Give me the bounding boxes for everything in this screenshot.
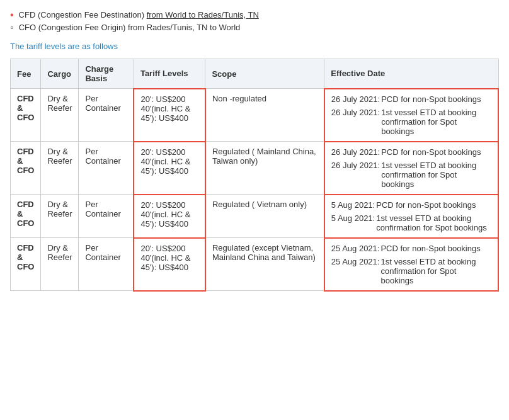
intro-item-cfd: • CFD (Congestion Fee Destination) from …	[10, 10, 499, 20]
col-scope: Scope	[205, 59, 324, 89]
intro-item-cfo: ◦ CFO (Congestion Fee Origin) from Rades…	[10, 23, 499, 33]
cell-effective-date: 26 July 2021: PCD for non-Spot bookings2…	[324, 89, 498, 142]
table-header-row: Fee Cargo ChargeBasis Tariff Levels Scop…	[11, 59, 499, 89]
cell-tariff-levels: 20': US$20040'(incl. HC & 45'): US$400	[134, 89, 205, 142]
effective-date-entry: 26 July 2021: 1st vessel ETD at booking …	[331, 108, 491, 136]
effective-date-entry: 5 Aug 2021: PCD for non-Spot bookings	[331, 200, 491, 210]
cell-fee: CFD&CFO	[11, 89, 41, 142]
cell-cargo: Dry &Reefer	[41, 195, 79, 238]
bullet-cfd: •	[10, 10, 14, 20]
cell-tariff-levels: 20': US$20040'(incl. HC & 45'): US$400	[134, 195, 205, 238]
cell-fee: CFD&CFO	[11, 238, 41, 291]
cell-fee: CFD&CFO	[11, 142, 41, 195]
effective-desc-part: PCD for non-Spot bookings	[376, 200, 476, 210]
cell-tariff-levels: 20': US$20040'(incl. HC & 45'): US$400	[134, 142, 205, 195]
cell-cargo: Dry &Reefer	[41, 142, 79, 195]
cfd-text: CFD (Congestion Fee Destination) from Wo…	[19, 10, 259, 20]
cell-charge-basis: Per Container	[79, 142, 134, 195]
effective-date-entry: 25 Aug 2021: 1st vessel ETD at booking c…	[331, 257, 491, 285]
intro-list: • CFD (Congestion Fee Destination) from …	[10, 10, 499, 33]
effective-desc-part: 1st vessel ETD at booking confirmation f…	[380, 257, 491, 285]
effective-desc-part: 1st vessel ETD at booking confirmation f…	[376, 213, 491, 232]
cell-charge-basis: Per Container	[79, 89, 134, 142]
cell-scope: Non -regulated	[205, 89, 324, 142]
table-row: CFD&CFODry &ReeferPer Container20': US$2…	[11, 142, 499, 195]
cell-scope: Regulated ( Vietnam only)	[205, 195, 324, 238]
tariff-table: Fee Cargo ChargeBasis Tariff Levels Scop…	[10, 59, 499, 292]
cell-scope: Regulated ( Mainland China, Taiwan only)	[205, 142, 324, 195]
effective-date-entry: 26 July 2021: 1st vessel ETD at booking …	[331, 161, 491, 189]
cfd-link[interactable]: from World to Rades/Tunis, TN	[147, 10, 259, 20]
tariff-intro-text: The tariff levels are as follows	[10, 42, 499, 51]
effective-date-part: 26 July 2021:	[331, 108, 380, 136]
cell-scope: Regulated (except Vietnam, Mainland Chin…	[205, 238, 324, 291]
effective-date-part: 26 July 2021:	[331, 94, 380, 104]
effective-date-part: 25 Aug 2021:	[331, 244, 380, 253]
bullet-cfo: ◦	[10, 23, 14, 33]
col-fee: Fee	[11, 59, 41, 89]
effective-date-entry: 5 Aug 2021: 1st vessel ETD at booking co…	[331, 213, 491, 232]
effective-date-part: 25 Aug 2021:	[331, 257, 380, 285]
table-row: CFD&CFODry &ReeferPer Container20': US$2…	[11, 195, 499, 238]
effective-desc-part: PCD for non-Spot bookings	[381, 94, 481, 104]
cell-effective-date: 5 Aug 2021: PCD for non-Spot bookings5 A…	[324, 195, 498, 238]
effective-desc-part: 1st vessel ETD at booking confirmation f…	[381, 161, 491, 189]
effective-date-part: 26 July 2021:	[331, 161, 380, 189]
table-row: CFD&CFODry &ReeferPer Container20': US$2…	[11, 89, 499, 142]
table-row: CFD&CFODry &ReeferPer Container20': US$2…	[11, 238, 499, 291]
effective-date-part: 5 Aug 2021:	[331, 213, 375, 232]
effective-date-part: 5 Aug 2021:	[331, 200, 375, 210]
cell-charge-basis: Per Container	[79, 195, 134, 238]
cell-effective-date: 25 Aug 2021: PCD for non-Spot bookings25…	[324, 238, 498, 291]
cell-cargo: Dry &Reefer	[41, 238, 79, 291]
col-cargo: Cargo	[41, 59, 79, 89]
cell-tariff-levels: 20': US$20040'(incl. HC & 45'): US$400	[134, 238, 205, 291]
effective-date-entry: 25 Aug 2021: PCD for non-Spot bookings	[331, 244, 491, 253]
cell-cargo: Dry &Reefer	[41, 89, 79, 142]
col-effective-date: Effective Date	[324, 59, 498, 89]
cell-fee: CFD&CFO	[11, 195, 41, 238]
col-tariff-levels: Tariff Levels	[134, 59, 205, 89]
cell-effective-date: 26 July 2021: PCD for non-Spot bookings2…	[324, 142, 498, 195]
effective-date-entry: 26 July 2021: PCD for non-Spot bookings	[331, 147, 491, 157]
effective-desc-part: PCD for non-Spot bookings	[381, 147, 481, 157]
effective-desc-part: 1st vessel ETD at booking confirmation f…	[381, 108, 491, 136]
cell-charge-basis: Per Container	[79, 238, 134, 291]
effective-date-part: 26 July 2021:	[331, 147, 380, 157]
cfo-text: CFO (Congestion Fee Origin) from Rades/T…	[19, 23, 241, 32]
effective-desc-part: PCD for non-Spot bookings	[380, 244, 480, 253]
col-charge-basis: ChargeBasis	[79, 59, 134, 89]
effective-date-entry: 26 July 2021: PCD for non-Spot bookings	[331, 94, 491, 104]
